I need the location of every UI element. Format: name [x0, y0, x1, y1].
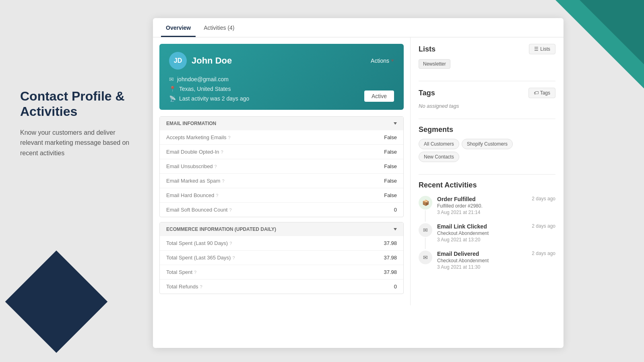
activity-time: 2 days ago: [532, 223, 555, 229]
left-panel-description: Know your customers and deliver relevant…: [20, 128, 137, 158]
activity-icon: 📡: [169, 95, 176, 102]
help-icon: ?: [232, 255, 235, 260]
tags-title: Tags: [419, 89, 435, 97]
lists-button[interactable]: ☰ Lists: [529, 44, 555, 54]
help-icon: ?: [222, 179, 224, 183]
tags-button[interactable]: 🏷 Tags: [528, 88, 555, 98]
tag-icon: 🏷: [534, 90, 539, 96]
info-row: Email Marked as Spam ? False: [160, 174, 403, 188]
ecommerce-info-header[interactable]: ECOMMERCE INFORMATION (UPDATED DAILY): [160, 222, 403, 236]
info-row: Total Spent (Last 90 Days) ? 37.98: [160, 236, 403, 251]
profile-details: ✉ johndoe@gmail.com 📍 Texas, United Stat…: [169, 76, 394, 102]
ecommerce-info-section: ECOMMERCE INFORMATION (UPDATED DAILY) To…: [159, 222, 404, 294]
info-row: Email Unsubscribed ? False: [160, 159, 403, 174]
info-value: 0: [394, 207, 397, 213]
info-row: Accepts Marketing Emails ? False: [160, 130, 403, 145]
activity-title-row: Email Link Clicked 2 days ago: [437, 223, 555, 230]
info-value: False: [384, 178, 397, 184]
info-row: Email Soft Bounced Count ? 0: [160, 203, 403, 217]
help-icon: ?: [221, 150, 223, 154]
info-row: Total Refunds ? 0: [160, 280, 403, 294]
deco-triangle-top-right-inner: [580, 0, 644, 64]
info-value: False: [384, 192, 397, 198]
collapse-icon: [394, 122, 397, 125]
ecommerce-info-body: Total Spent (Last 90 Days) ? 37.98 Total…: [160, 236, 403, 294]
activity-name: Email Link Clicked: [437, 223, 487, 230]
main-content: Overview Activities (4) JD John Doe A: [153, 18, 564, 348]
email-info-section: EMAIL INFORMATION Accepts Marketing Emai…: [159, 116, 404, 217]
activity-subtitle: Checkout Abondenment: [437, 258, 555, 263]
segments-title: Segments: [419, 125, 453, 134]
actions-button[interactable]: Actions: [371, 58, 394, 64]
help-icon: ?: [216, 193, 218, 198]
profile-name: John Doe: [192, 56, 232, 66]
activity-subtitle: Fulfilled order #2980.: [437, 203, 555, 209]
info-label: Total Refunds ?: [166, 284, 394, 290]
location-icon: 📍: [169, 86, 176, 92]
info-row: Total Spent ? 37.98: [160, 265, 403, 280]
help-icon: ?: [229, 208, 231, 212]
profile-last-activity: Last activity was 2 days ago: [179, 95, 249, 102]
avatar: JD: [169, 52, 187, 70]
info-label: Email Soft Bounced Count ?: [166, 207, 394, 213]
divider-3: [419, 174, 555, 175]
email-info-header[interactable]: EMAIL INFORMATION: [160, 117, 403, 130]
info-value: False: [384, 134, 397, 140]
recent-activities-title: Recent Activities: [419, 181, 555, 189]
lists-chips: Newsletter: [419, 59, 555, 71]
profile-email: johndoe@gmail.com: [177, 76, 229, 82]
help-icon: ?: [200, 284, 202, 289]
profile-card: JD John Doe Actions ✉ johndoe@gmail.com: [159, 44, 404, 110]
profile-location: Texas, United States: [179, 86, 231, 92]
email-icon: ✉: [169, 76, 174, 82]
activity-body: Email Link Clicked 2 days ago Checkout A…: [437, 223, 555, 243]
info-label: Email Unsubscribed ?: [166, 163, 384, 169]
left-panel-heading: Contact Profile & Activities: [20, 88, 137, 119]
info-value: False: [384, 149, 397, 155]
deco-diamond-bottom-left: [5, 251, 108, 353]
info-row: Email Double Opted-In ? False: [160, 145, 403, 159]
activity-body: Email Delivered 2 days ago Checkout Abon…: [437, 251, 555, 270]
segment-chip[interactable]: New Contacts: [419, 152, 459, 162]
activity-time: 2 days ago: [532, 251, 555, 256]
activity-date: 3 Aug 2021 at 13:20: [437, 237, 555, 243]
activity-title-row: Email Delivered 2 days ago: [437, 251, 555, 257]
info-label: Email Marked as Spam ?: [166, 178, 384, 184]
list-chip[interactable]: Newsletter: [419, 59, 450, 69]
collapse-ecom-icon: [394, 228, 397, 230]
profile-location-row: 📍 Texas, United States: [169, 86, 394, 92]
tab-overview[interactable]: Overview: [161, 18, 196, 37]
activity-name: Email Delivered: [437, 251, 479, 257]
info-value: 37.98: [384, 269, 397, 275]
segments-section: Segments All CustomersShopify CustomersN…: [419, 125, 555, 165]
left-panel: Contact Profile & Activities Know your c…: [20, 88, 137, 158]
activity-body: Order Fulfilled 2 days ago Fulfilled ord…: [437, 196, 555, 215]
info-value: 37.98: [384, 255, 397, 261]
info-row: Total Spent (Last 365 Days) ? 37.98: [160, 251, 403, 265]
tabs-bar: Overview Activities (4): [153, 18, 564, 37]
segment-chip[interactable]: Shopify Customers: [462, 139, 513, 149]
info-label: Email Double Opted-In ?: [166, 149, 384, 155]
activities-list: 📦 Order Fulfilled 2 days ago Fulfilled o…: [419, 196, 555, 270]
divider-2: [419, 119, 555, 119]
segment-chip[interactable]: All Customers: [419, 139, 459, 149]
help-icon: ?: [194, 270, 196, 275]
activity-subtitle: Checkout Abondenment: [437, 230, 555, 236]
email-info-body: Accepts Marketing Emails ? False Email D…: [160, 130, 403, 217]
tags-section: Tags 🏷 Tags No assigned tags: [419, 88, 555, 109]
activity-item: ✉ Email Delivered 2 days ago Checkout Ab…: [419, 251, 555, 270]
activity-item: 📦 Order Fulfilled 2 days ago Fulfilled o…: [419, 196, 555, 215]
activity-date: 3 Aug 2021 at 21:14: [437, 210, 555, 215]
profile-name-row: JD John Doe: [169, 52, 232, 70]
activity-type-icon: ✉: [419, 223, 432, 237]
segments-chips: All CustomersShopify CustomersNew Contac…: [419, 139, 555, 165]
info-value: False: [384, 163, 397, 169]
status-badge: Active: [364, 90, 394, 102]
chevron-down-icon: [391, 60, 394, 62]
profile-activity-row: 📡 Last activity was 2 days ago: [169, 95, 394, 102]
segments-header: Segments: [419, 125, 555, 134]
tab-activities[interactable]: Activities (4): [199, 18, 239, 37]
lists-header: Lists ☰ Lists: [419, 44, 555, 54]
activity-title-row: Order Fulfilled 2 days ago: [437, 196, 555, 202]
profile-email-row: ✉ johndoe@gmail.com: [169, 76, 394, 82]
